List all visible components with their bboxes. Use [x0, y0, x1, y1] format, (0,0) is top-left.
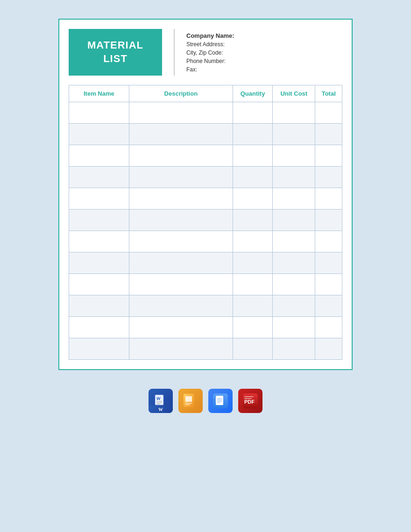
table-cell[interactable]: [273, 252, 315, 274]
table-cell[interactable]: [69, 145, 129, 167]
table-row: [69, 145, 342, 167]
table-cell[interactable]: [315, 252, 342, 274]
phone-label: Phone Number:: [186, 58, 234, 64]
word-icon[interactable]: W W: [149, 389, 173, 413]
table-cell[interactable]: [69, 188, 129, 210]
table-cell[interactable]: [129, 231, 233, 252]
material-table: Item Name Description Quantity Unit Cost…: [69, 85, 342, 360]
svg-text:W: W: [156, 396, 161, 401]
table-cell[interactable]: [315, 274, 342, 295]
table-cell[interactable]: [129, 145, 233, 167]
table-cell[interactable]: [129, 338, 233, 360]
col-header-item-name: Item Name: [69, 85, 129, 102]
col-header-unit-cost: Unit Cost: [273, 85, 315, 102]
table-cell[interactable]: [315, 338, 342, 360]
table-cell[interactable]: [69, 274, 129, 295]
table-cell[interactable]: [129, 167, 233, 188]
table-row: [69, 102, 342, 124]
table-cell[interactable]: [315, 188, 342, 210]
table-cell[interactable]: [273, 124, 315, 145]
col-header-quantity: Quantity: [233, 85, 272, 102]
table-cell[interactable]: [233, 145, 272, 167]
col-header-description: Description: [129, 85, 233, 102]
table-cell[interactable]: [129, 317, 233, 338]
pdf-svg: PDF: [242, 392, 259, 409]
city-label: City, Zip Code:: [186, 49, 234, 56]
title-box: MATERIAL LIST: [69, 29, 162, 76]
street-address-label: Street Address:: [186, 41, 234, 48]
table-cell[interactable]: [315, 167, 342, 188]
table-cell[interactable]: [69, 338, 129, 360]
table-cell[interactable]: [273, 145, 315, 167]
svg-rect-19: [244, 396, 254, 397]
table-row: [69, 167, 342, 188]
table-row: [69, 188, 342, 210]
table-cell[interactable]: [69, 102, 129, 124]
table-cell[interactable]: [315, 317, 342, 338]
table-cell[interactable]: [315, 295, 342, 317]
table-cell[interactable]: [273, 188, 315, 210]
svg-rect-12: [216, 396, 223, 405]
table-row: [69, 210, 342, 231]
table-cell[interactable]: [315, 102, 342, 124]
document-container: MATERIAL LIST Company Name: Street Addre…: [58, 19, 353, 370]
table-cell[interactable]: [273, 274, 315, 295]
table-cell[interactable]: [69, 167, 129, 188]
svg-rect-8: [185, 396, 192, 402]
table-cell[interactable]: [233, 124, 272, 145]
pages-svg: [182, 392, 199, 409]
table-cell[interactable]: [69, 295, 129, 317]
table-cell[interactable]: [69, 317, 129, 338]
table-cell[interactable]: [233, 252, 272, 274]
table-cell[interactable]: [315, 145, 342, 167]
table-cell[interactable]: [273, 167, 315, 188]
table-cell[interactable]: [233, 317, 272, 338]
table-cell[interactable]: [129, 295, 233, 317]
table-cell[interactable]: [233, 295, 272, 317]
table-cell[interactable]: [69, 231, 129, 252]
table-row: [69, 338, 342, 360]
toolbar-icons: W W: [149, 389, 262, 413]
table-cell[interactable]: [69, 124, 129, 145]
table-cell[interactable]: [233, 338, 272, 360]
table-cell[interactable]: [233, 231, 272, 252]
table-cell[interactable]: [315, 210, 342, 231]
table-cell[interactable]: [315, 124, 342, 145]
table-section: Item Name Description Quantity Unit Cost…: [59, 85, 352, 369]
table-cell[interactable]: [233, 167, 272, 188]
table-cell[interactable]: [273, 231, 315, 252]
table-row: [69, 124, 342, 145]
docs-svg: [212, 392, 229, 409]
fax-label: Fax:: [186, 66, 234, 73]
table-row: [69, 231, 342, 252]
table-cell[interactable]: [273, 210, 315, 231]
table-cell[interactable]: [273, 338, 315, 360]
pages-icon[interactable]: [178, 389, 203, 413]
col-header-total: Total: [315, 85, 342, 102]
table-row: [69, 295, 342, 317]
table-cell[interactable]: [129, 274, 233, 295]
table-cell[interactable]: [129, 210, 233, 231]
company-name-label: Company Name:: [186, 32, 234, 39]
table-header-row: Item Name Description Quantity Unit Cost…: [69, 85, 342, 102]
table-cell[interactable]: [129, 252, 233, 274]
table-cell[interactable]: [233, 188, 272, 210]
table-row: [69, 317, 342, 338]
table-cell[interactable]: [273, 102, 315, 124]
table-cell[interactable]: [129, 124, 233, 145]
table-cell[interactable]: [129, 188, 233, 210]
pdf-icon[interactable]: PDF: [238, 389, 262, 413]
google-docs-icon[interactable]: [208, 389, 233, 413]
table-row: [69, 252, 342, 274]
company-info: Company Name: Street Address: City, Zip …: [174, 29, 234, 76]
table-cell[interactable]: [69, 252, 129, 274]
table-cell[interactable]: [273, 295, 315, 317]
table-cell[interactable]: [273, 317, 315, 338]
table-cell[interactable]: [233, 274, 272, 295]
table-cell[interactable]: [69, 210, 129, 231]
table-cell[interactable]: [315, 231, 342, 252]
table-cell[interactable]: [129, 102, 233, 124]
svg-text:PDF: PDF: [244, 399, 255, 405]
table-cell[interactable]: [233, 102, 272, 124]
table-cell[interactable]: [233, 210, 272, 231]
